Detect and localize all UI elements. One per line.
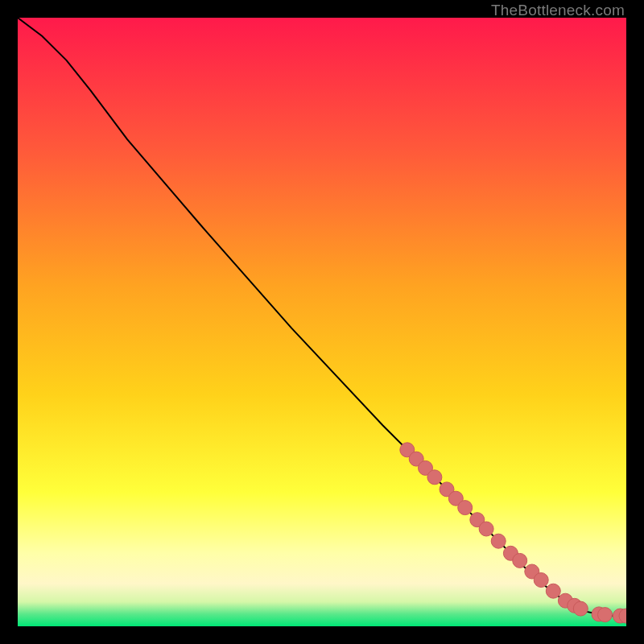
- data-marker: [458, 501, 473, 515]
- data-marker: [513, 553, 527, 568]
- data-marker: [491, 534, 506, 548]
- chart-frame: [18, 18, 626, 626]
- chart-svg: [18, 18, 626, 626]
- attribution-text: TheBottleneck.com: [491, 2, 625, 19]
- data-marker: [598, 608, 613, 622]
- data-marker: [534, 573, 548, 588]
- data-marker: [546, 584, 560, 598]
- data-marker: [573, 601, 588, 616]
- gradient-background: [18, 18, 626, 626]
- data-marker: [427, 470, 442, 485]
- data-marker: [479, 522, 493, 536]
